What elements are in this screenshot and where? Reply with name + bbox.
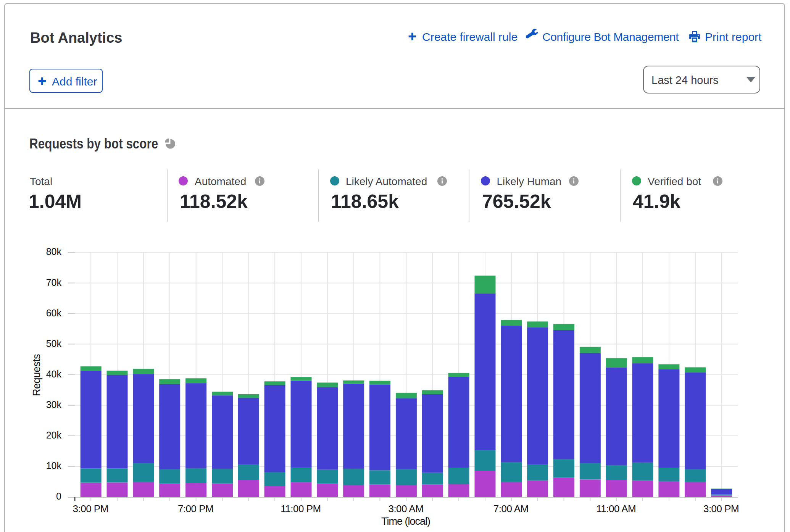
svg-text:7:00 AM: 7:00 AM bbox=[493, 503, 529, 514]
svg-text:Requests: Requests bbox=[31, 354, 42, 396]
svg-text:11:00 AM: 11:00 AM bbox=[596, 503, 636, 514]
svg-text:80k: 80k bbox=[46, 246, 62, 257]
svg-text:3:00 AM: 3:00 AM bbox=[388, 503, 423, 514]
svg-text:3:00 PM: 3:00 PM bbox=[703, 503, 739, 514]
svg-text:20k: 20k bbox=[46, 430, 62, 440]
svg-text:0: 0 bbox=[56, 491, 61, 501]
svg-text:50k: 50k bbox=[46, 338, 62, 349]
svg-text:60k: 60k bbox=[46, 308, 62, 318]
svg-text:30k: 30k bbox=[46, 399, 62, 410]
svg-text:3:00 PM: 3:00 PM bbox=[73, 503, 108, 514]
svg-text:Time (local): Time (local) bbox=[381, 516, 430, 527]
svg-text:10k: 10k bbox=[46, 460, 62, 471]
svg-text:70k: 70k bbox=[46, 277, 62, 288]
svg-text:40k: 40k bbox=[46, 369, 62, 379]
svg-text:11:00 PM: 11:00 PM bbox=[281, 503, 321, 514]
svg-text:7:00 PM: 7:00 PM bbox=[178, 503, 213, 514]
